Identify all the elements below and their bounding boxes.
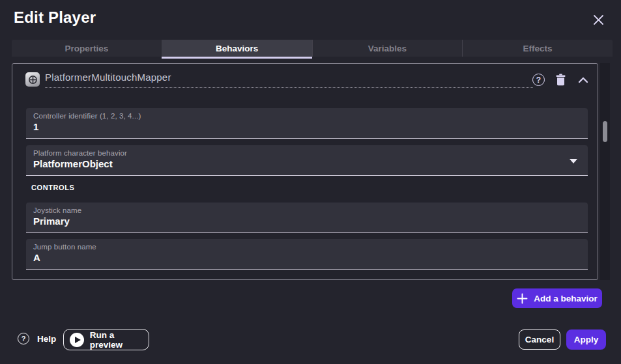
- platform-character-behavior-value: PlatformerObject: [33, 157, 580, 169]
- add-behavior-button[interactable]: Add a behavior: [512, 288, 602, 308]
- behavior-header-actions: ?: [531, 72, 590, 87]
- trash-icon[interactable]: [553, 72, 568, 87]
- close-x-glyph: [593, 14, 604, 25]
- joystick-name-label: Joystick name: [33, 206, 580, 214]
- apply-button[interactable]: Apply: [566, 329, 606, 350]
- run-preview-label: Run a preview: [90, 330, 149, 350]
- add-behavior-label: Add a behavior: [534, 294, 598, 303]
- joystick-name-field: Joystick name: [26, 203, 588, 233]
- behavior-name: PlatformerMultitouchMapper: [45, 72, 533, 83]
- help-circle-icon[interactable]: ?: [531, 72, 546, 87]
- tab-effects[interactable]: Effects: [462, 40, 613, 57]
- play-icon: [70, 333, 84, 347]
- chevron-up-glyph: [578, 77, 588, 83]
- cancel-button[interactable]: Cancel: [519, 329, 560, 350]
- plus-icon: [517, 293, 528, 304]
- help-button[interactable]: Help: [37, 334, 56, 344]
- jump-button-name-input[interactable]: [33, 251, 580, 263]
- platform-character-behavior-label: Platform character behavior: [33, 149, 580, 157]
- tab-variables[interactable]: Variables: [312, 40, 463, 57]
- close-icon[interactable]: [591, 12, 605, 27]
- controller-identifier-label: Controller identifier (1, 2, 3, 4...): [33, 112, 580, 120]
- help-icon[interactable]: ?: [18, 333, 29, 344]
- chevron-up-icon[interactable]: [575, 72, 590, 87]
- page-title: Edit Player: [14, 8, 96, 27]
- behavior-name-field[interactable]: PlatformerMultitouchMapper: [45, 72, 533, 88]
- scrollbar-thumb[interactable]: [603, 121, 607, 142]
- joystick-name-input[interactable]: [33, 214, 580, 227]
- help-glyph: ?: [22, 335, 26, 343]
- dropdown-arrow-icon: [570, 159, 577, 163]
- play-triangle: [75, 337, 81, 343]
- jump-button-name-label: Jump button name: [33, 243, 580, 251]
- tab-behaviors[interactable]: Behaviors: [162, 40, 312, 57]
- help-glyph: ?: [532, 74, 545, 86]
- platform-character-behavior-field[interactable]: Platform character behavior PlatformerOb…: [26, 145, 588, 176]
- jump-button-name-field: Jump button name: [26, 239, 588, 270]
- controls-section-header: CONTROLS: [31, 184, 75, 191]
- behavior-card: PlatformerMultitouchMapper ? Controller …: [12, 63, 598, 280]
- run-preview-button[interactable]: Run a preview: [63, 329, 149, 350]
- tab-bar: Properties Behaviors Variables Effects: [12, 40, 613, 57]
- active-tab-indicator: [162, 57, 312, 59]
- tab-properties[interactable]: Properties: [12, 40, 162, 57]
- controller-identifier-field: Controller identifier (1, 2, 3, 4...): [26, 108, 588, 139]
- controller-identifier-input[interactable]: [33, 120, 580, 132]
- scrollbar-track[interactable]: [600, 63, 610, 280]
- trash-glyph: [555, 74, 566, 86]
- gamepad-crosshair-icon: [25, 72, 40, 87]
